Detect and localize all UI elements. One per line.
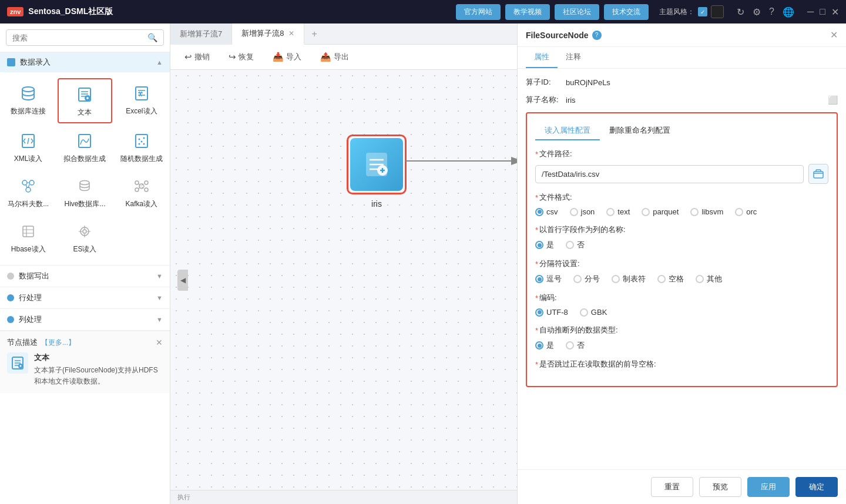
close-button[interactable]: ✕ (831, 6, 839, 18)
node-random-data[interactable]: 随机数据生成 (115, 126, 169, 169)
node-desc-more-link[interactable]: 【更多...】 (41, 338, 75, 348)
node-text-label: 文本 (78, 107, 92, 117)
node-hive[interactable]: Hive数据库... (58, 171, 112, 214)
format-parquet[interactable]: parquet (642, 207, 679, 216)
file-path-input[interactable] (535, 165, 804, 183)
nav-community[interactable]: 社区论坛 (555, 4, 599, 20)
panel-expand-toggle[interactable]: ◀ (177, 270, 188, 291)
node-mixed-data[interactable]: 拟合数据生成 (58, 126, 112, 169)
node-xml-read[interactable]: XML读入 (1, 126, 55, 169)
format-parquet-radio[interactable] (642, 208, 650, 216)
export-button[interactable]: 📤 导出 (315, 49, 354, 65)
canvas-area[interactable]: iris (170, 70, 517, 490)
enc-utf8[interactable]: UTF-8 (535, 308, 568, 317)
config-tab-rename-cols[interactable]: 删除重命名列配置 (600, 122, 680, 140)
import-button[interactable]: 📥 导入 (268, 49, 306, 65)
search-input[interactable] (12, 33, 144, 42)
sep-semicolon-radio[interactable] (573, 275, 582, 283)
node-desc-close-icon[interactable]: ✕ (156, 338, 163, 347)
field-rename-icon[interactable]: ⬜ (828, 95, 838, 105)
format-json-radio[interactable] (570, 208, 578, 216)
sep-tab[interactable]: 制表符 (612, 274, 646, 284)
first-row-yes-radio[interactable] (535, 241, 543, 249)
sep-comma[interactable]: 逗号 (535, 274, 562, 284)
sep-comma-radio[interactable] (535, 275, 543, 283)
enc-gbk[interactable]: GBK (580, 308, 607, 317)
tab-add-button[interactable]: + (304, 23, 324, 45)
preview-button[interactable]: 预览 (699, 477, 741, 497)
category-data-output[interactable]: 数据写出 ▼ (0, 266, 170, 287)
node-text[interactable]: 文本 (58, 78, 112, 123)
reset-button[interactable]: 重置 (651, 477, 693, 497)
panel-tab-notes[interactable]: 注释 (558, 47, 589, 68)
sep-tab-radio[interactable] (612, 275, 620, 283)
category-data-input-header[interactable]: 数据录入 ▲ (0, 52, 170, 72)
connection-icon[interactable]: ⚙ (753, 6, 761, 18)
apply-button[interactable]: 应用 (747, 477, 790, 497)
auto-infer-no[interactable]: 否 (566, 340, 585, 351)
minimize-button[interactable]: ─ (807, 6, 814, 18)
sep-other-radio[interactable] (696, 275, 704, 283)
theme-checkbox[interactable]: ✓ (698, 7, 707, 16)
tab-2[interactable]: 新增算子流8 ✕ (232, 23, 304, 45)
confirm-button[interactable]: 确定 (795, 477, 838, 497)
node-markov[interactable]: 马尔科夫数... (1, 171, 55, 214)
node-desc-text: 文本算子(FileSourceNode)支持从HDFS和本地文件读取数据。 (34, 365, 163, 387)
panel-help-icon[interactable]: ? (592, 31, 602, 40)
titlebar: znv Sentosa_DSML社区版 官方网站 教学视频 社区论坛 技术交流 … (0, 0, 846, 23)
node-db-connect-icon (18, 83, 39, 104)
format-text-radio[interactable] (606, 208, 615, 216)
language-icon[interactable]: 🌐 (783, 6, 794, 18)
auto-infer-yes[interactable]: 是 (535, 340, 554, 351)
panel-close-icon[interactable]: ✕ (830, 29, 838, 41)
sep-other[interactable]: 其他 (696, 274, 722, 284)
format-text[interactable]: text (606, 207, 630, 216)
auto-infer-no-radio[interactable] (566, 341, 574, 350)
first-row-no-radio[interactable] (566, 241, 574, 249)
auto-infer-yes-radio[interactable] (535, 341, 543, 350)
node-hbase[interactable]: Hbase读入 (1, 216, 55, 259)
enc-utf8-label: UTF-8 (546, 308, 568, 317)
node-excel-read[interactable]: Excel读入 (115, 78, 169, 123)
status-text: 执行 (177, 493, 190, 502)
node-markov-label: 马尔科夫数... (8, 199, 49, 209)
category-row-process[interactable]: 行处理 ▼ (0, 287, 170, 309)
category-col-process[interactable]: 列处理 ▼ (0, 309, 170, 331)
category-col-arrow-icon: ▼ (156, 316, 163, 323)
maximize-button[interactable]: □ (820, 6, 825, 18)
sep-semicolon[interactable]: 分号 (573, 274, 600, 284)
sep-space-radio[interactable] (657, 275, 666, 283)
tab-1[interactable]: 新增算子流7 (170, 23, 232, 45)
first-row-no[interactable]: 否 (566, 240, 585, 250)
refresh-icon[interactable]: ↻ (737, 6, 744, 18)
enc-gbk-radio[interactable] (580, 308, 588, 317)
undo-button[interactable]: ↩ 撤销 (180, 49, 214, 65)
category-col-process-label: 列处理 (19, 314, 152, 325)
category-dot (7, 294, 14, 301)
nav-official-site[interactable]: 官方网站 (456, 4, 501, 20)
first-row-yes[interactable]: 是 (535, 240, 554, 250)
help-icon[interactable]: ? (769, 6, 774, 18)
format-json[interactable]: json (570, 207, 595, 216)
canvas-node-iris[interactable]: iris (347, 135, 407, 209)
file-browse-button[interactable] (808, 164, 828, 184)
format-csv[interactable]: csv (535, 207, 558, 216)
tab-2-close-icon[interactable]: ✕ (288, 29, 294, 38)
node-es[interactable]: ES读入 (58, 216, 112, 259)
nav-tutorial-video[interactable]: 教学视频 (505, 4, 550, 20)
theme-dark-option[interactable] (711, 5, 724, 18)
format-orc[interactable]: orc (735, 207, 757, 216)
sep-space[interactable]: 空格 (657, 274, 684, 284)
node-hbase-label: Hbase读入 (11, 244, 46, 254)
format-libsvm[interactable]: libsvm (690, 207, 723, 216)
format-libsvm-radio[interactable] (690, 208, 699, 216)
node-kafka[interactable]: Kafka读入 (115, 171, 169, 214)
panel-tab-properties[interactable]: 属性 (526, 47, 558, 68)
node-db-connect[interactable]: 数据库连接 (1, 78, 55, 123)
config-tab-read-props[interactable]: 读入属性配置 (535, 122, 600, 140)
enc-utf8-radio[interactable] (535, 308, 543, 317)
redo-button[interactable]: ↪ 恢复 (224, 49, 258, 65)
format-orc-radio[interactable] (735, 208, 743, 216)
nav-tech-exchange[interactable]: 技术交流 (604, 4, 649, 20)
format-csv-radio[interactable] (535, 208, 543, 216)
